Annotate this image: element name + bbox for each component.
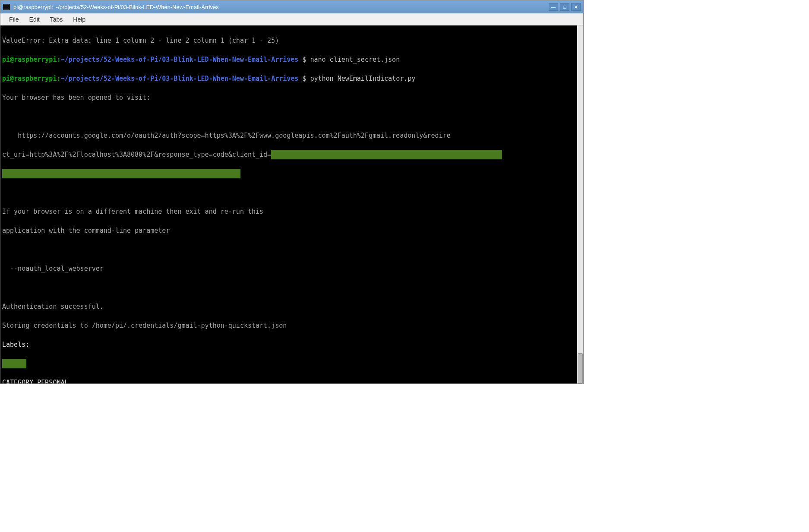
prompt-path: ~/projects/52-Weeks-of-Pi/03-Blink-LED-W… — [60, 56, 298, 63]
prompt-line-2: pi@raspberrypi:~/projects/52-Weeks-of-Pi… — [2, 74, 575, 83]
redacted-client-id-continued — [2, 169, 240, 178]
output-url-line-2: ct_uri=http%3A%2F%2Flocalhost%3A8080%2F&… — [2, 150, 575, 159]
blank-line — [2, 188, 575, 197]
blank-line — [2, 245, 575, 254]
close-button[interactable]: ✕ — [571, 3, 581, 11]
prompt-user: pi@raspberrypi — [2, 56, 57, 63]
terminal-app-icon — [3, 4, 10, 10]
label-item: CATEGORY_PERSONAL — [2, 378, 575, 383]
maximize-button[interactable]: □ — [560, 3, 569, 11]
menu-help[interactable]: Help — [68, 14, 91, 25]
output-labels-header: Labels: — [2, 340, 575, 349]
menu-tabs[interactable]: Tabs — [45, 14, 68, 25]
output-auth-success: Authentication successful. — [2, 302, 575, 311]
redacted-client-id — [271, 150, 502, 159]
command-1: nano client_secret.json — [310, 56, 400, 63]
minimize-button[interactable]: — — [549, 3, 558, 11]
output-diff-machine-1: If your browser is on a different machin… — [2, 207, 575, 216]
blank-line — [2, 112, 575, 121]
menu-edit[interactable]: Edit — [24, 14, 45, 25]
window-title: pi@raspberrypi: ~/projects/52-Weeks-of-P… — [13, 4, 549, 10]
error-line: ValueError: Extra data: line 1 column 2 … — [2, 36, 575, 45]
window-titlebar: pi@raspberrypi: ~/projects/52-Weeks-of-P… — [0, 0, 583, 13]
command-2: python NewEmailIndicator.py — [310, 75, 415, 82]
prompt-dollar: $ — [298, 75, 310, 82]
prompt-dollar: $ — [298, 56, 310, 63]
output-browser-msg: Your browser has been opened to visit: — [2, 93, 575, 102]
menubar: File Edit Tabs Help — [0, 13, 583, 25]
scrollbar-track[interactable] — [577, 25, 583, 383]
blank-line — [2, 283, 575, 292]
output-storing: Storing credentials to /home/pi/.credent… — [2, 321, 575, 330]
menu-file[interactable]: File — [4, 14, 24, 25]
scrollbar-thumb[interactable] — [578, 353, 583, 383]
terminal-output[interactable]: ValueError: Extra data: line 1 column 2 … — [0, 25, 577, 383]
output-noauth: --noauth_local_webserver — [2, 264, 575, 273]
output-diff-machine-2: application with the command-line parame… — [2, 226, 575, 235]
prompt-user: pi@raspberrypi — [2, 75, 57, 82]
window-controls: — □ ✕ — [549, 3, 581, 11]
prompt-path: ~/projects/52-Weeks-of-Pi/03-Blink-LED-W… — [60, 75, 298, 82]
prompt-line-1: pi@raspberrypi:~/projects/52-Weeks-of-Pi… — [2, 55, 575, 64]
output-url-line-1: https://accounts.google.com/o/oauth2/aut… — [2, 131, 575, 140]
redacted-label-1 — [2, 359, 26, 368]
